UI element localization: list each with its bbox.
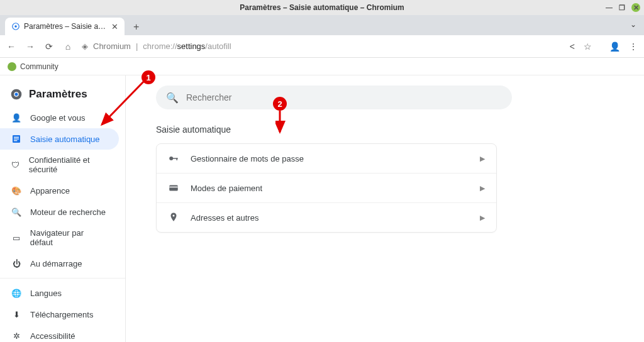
window-titlebar: Paramètres – Saisie automatique – Chromi… (0, 0, 644, 15)
profile-icon[interactable]: 👤 (609, 41, 620, 52)
sidebar-item-downloads[interactable]: ⬇ Téléchargements (0, 304, 119, 325)
chevron-right-icon: ▶ (480, 184, 485, 192)
chevron-right-icon: ▶ (480, 155, 485, 163)
window-title: Paramètres – Saisie automatique – Chromi… (240, 3, 404, 12)
section-title: Saisie automatique (156, 124, 614, 135)
globe-icon: 🌐 (11, 288, 21, 298)
svg-rect-8 (14, 140, 17, 141)
autofill-card: Gestionnaire de mots de passe ▶ Modes de… (156, 143, 497, 233)
annotation-badge-1: 1 (142, 70, 155, 84)
minimize-button[interactable]: — (606, 4, 613, 11)
share-icon[interactable]: < (570, 41, 575, 52)
site-info-icon[interactable]: ◈ (82, 41, 88, 51)
browser-icon: ▭ (11, 233, 21, 243)
sidebar-item-label: Au démarrage (30, 259, 82, 268)
gear-icon (11, 22, 20, 31)
reload-button[interactable]: ⟳ (44, 41, 54, 52)
person-icon: 👤 (11, 113, 21, 123)
tabs-dropdown-icon[interactable]: ⌄ (630, 20, 636, 29)
svg-point-4 (15, 93, 18, 96)
row-label: Adresses et autres (191, 213, 258, 223)
search-icon: 🔍 (166, 92, 179, 104)
settings-search[interactable]: 🔍 (156, 86, 512, 109)
sidebar-item-label: Moteur de recherche (30, 207, 106, 217)
home-button[interactable]: ⌂ (63, 41, 73, 52)
tab-title: Paramètres – Saisie automatique (24, 22, 108, 31)
accessibility-icon: ✲ (11, 331, 21, 341)
sidebar-item-label: Téléchargements (30, 310, 93, 319)
sidebar-separator (0, 278, 125, 279)
new-tab-button[interactable]: + (130, 19, 143, 35)
power-icon: ⏻ (11, 258, 21, 268)
svg-rect-11 (177, 158, 178, 160)
sidebar-item-label: Saisie automatique (30, 135, 100, 144)
tab-close-icon[interactable]: ✕ (111, 22, 118, 31)
bookmark-community[interactable]: Community (20, 62, 58, 71)
svg-line-15 (102, 80, 145, 124)
sidebar-item-search[interactable]: 🔍 Moteur de recherche (0, 201, 119, 223)
page-title: Paramètres (29, 88, 87, 101)
sidebar-item-label: Google et vous (30, 113, 85, 123)
svg-point-14 (173, 215, 175, 217)
bookmark-star-icon[interactable]: ☆ (584, 41, 592, 52)
svg-rect-13 (169, 187, 178, 188)
address-bar: ← → ⟳ ⌂ ◈ Chromium | chrome://settings/a… (0, 35, 644, 58)
sidebar-item-label: Confidentialité et sécurité (29, 155, 108, 174)
annotation-arrow-1 (94, 75, 151, 132)
palette-icon: 🎨 (11, 185, 21, 196)
sidebar-item-label: Apparence (30, 186, 70, 196)
settings-main: 🔍 Saisie automatique Gestionnaire de mot… (126, 75, 644, 342)
chromium-logo-icon (10, 88, 23, 101)
toolbar-right: < ☆ 👤 ⋮ (570, 41, 638, 52)
sidebar-item-privacy[interactable]: 🛡 Confidentialité et sécurité (0, 150, 119, 180)
annotation-arrow-2 (275, 109, 286, 136)
shield-icon: 🛡 (11, 160, 20, 170)
menu-icon[interactable]: ⋮ (629, 41, 638, 52)
omnibox-url: chrome://settings/autofill (143, 41, 231, 51)
key-icon (168, 153, 179, 164)
tab-strip: Paramètres – Saisie automatique ✕ + ⌄ (0, 15, 644, 35)
search-icon: 🔍 (11, 207, 21, 217)
bookmarks-bar: Community (0, 58, 644, 75)
row-passwords[interactable]: Gestionnaire de mots de passe ▶ (157, 144, 496, 174)
svg-rect-7 (14, 138, 19, 139)
bookmark-favicon (8, 62, 16, 71)
svg-rect-12 (169, 185, 178, 191)
svg-point-9 (169, 157, 173, 160)
sidebar-item-accessibility[interactable]: ✲ Accessibilité (0, 325, 119, 342)
sidebar-item-languages[interactable]: 🌐 Langues (0, 282, 119, 304)
sidebar-item-label: Navigateur par défaut (30, 228, 108, 247)
sidebar-item-label: Accessibilité (30, 331, 75, 341)
chevron-right-icon: ▶ (480, 214, 485, 222)
annotation-badge-2: 2 (273, 97, 287, 111)
forward-button[interactable]: → (25, 41, 35, 52)
omnibox[interactable]: ◈ Chromium | chrome://settings/autofill (82, 41, 561, 51)
svg-rect-6 (14, 137, 19, 138)
row-label: Modes de paiement (191, 184, 262, 193)
window-controls: — ❐ ✕ (606, 3, 640, 12)
row-label: Gestionnaire de mots de passe (191, 154, 304, 163)
back-button[interactable]: ← (6, 41, 16, 52)
row-addresses[interactable]: Adresses et autres ▶ (157, 203, 496, 232)
autofill-icon (11, 134, 21, 144)
close-button[interactable]: ✕ (631, 3, 640, 12)
maximize-button[interactable]: ❐ (619, 4, 625, 12)
tab-settings[interactable]: Paramètres – Saisie automatique ✕ (5, 18, 125, 35)
card-icon (168, 182, 179, 194)
sidebar-item-startup[interactable]: ⏻ Au démarrage (0, 253, 119, 274)
omnibox-host: Chromium (93, 41, 131, 51)
sidebar-item-appearance[interactable]: 🎨 Apparence (0, 180, 119, 201)
row-payments[interactable]: Modes de paiement ▶ (157, 174, 496, 203)
download-icon: ⬇ (11, 309, 21, 319)
svg-point-1 (14, 25, 17, 28)
search-input[interactable] (186, 92, 502, 102)
sidebar-item-label: Langues (30, 289, 62, 298)
pin-icon (168, 212, 179, 223)
sidebar-item-default-browser[interactable]: ▭ Navigateur par défaut (0, 223, 119, 253)
